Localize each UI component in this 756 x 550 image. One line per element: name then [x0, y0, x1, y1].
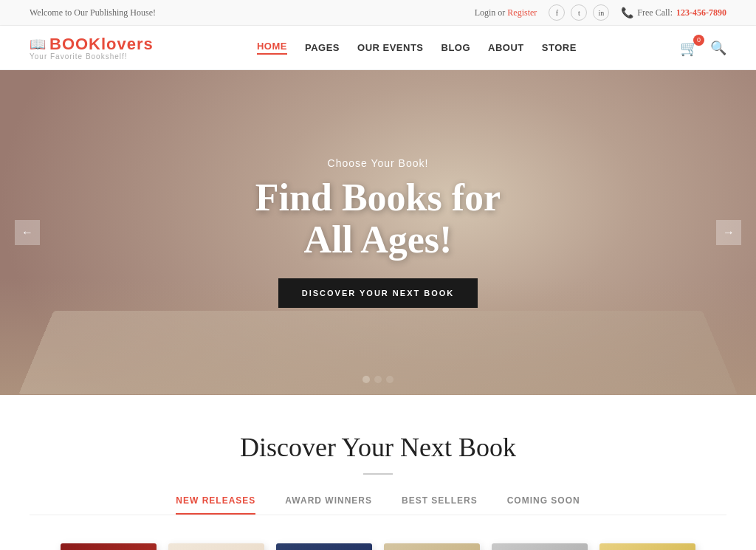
nav-store[interactable]: STORE [542, 42, 577, 53]
hero-content: Choose Your Book! Find Books forAll Ages… [255, 157, 501, 308]
list-item: CANDY CARSON A Doctor 👤 [61, 543, 157, 550]
hero-section: ← Choose Your Book! Find Books forAll Ag… [0, 70, 756, 395]
logo-main: 📖 BOOKlovers [30, 35, 154, 54]
book-overlay: CANDY CARSON A Doctor 👤 [61, 543, 157, 550]
logo[interactable]: 📖 BOOKlovers Your Favorite Bookshelf! [30, 35, 154, 61]
list-item: WildflowerbyOnes 🌸 [168, 543, 264, 550]
tab-award-winners[interactable]: AWARD WINNERS [285, 495, 372, 515]
book-tabs: NEW RELEASES AWARD WINNERS BEST SELLERS … [30, 495, 726, 515]
book-overlay: 👴 IT'S A HALFSTONE STORY [492, 543, 588, 550]
logo-text: BOOKlovers [49, 35, 154, 54]
nav-pages[interactable]: PAGES [305, 42, 340, 53]
phone-icon: 📞 [621, 7, 633, 19]
facebook-icon[interactable]: f [549, 4, 565, 21]
book-overlay: BURTGELLER IT'S A HALF STONE STORY [599, 543, 695, 550]
hero-cta-button[interactable]: DISCOVER YOUR NEXT BOOK [278, 278, 478, 308]
social-icons: f t in [549, 4, 609, 21]
books-section: Discover Your Next Book NEW RELEASES AWA… [0, 395, 756, 550]
slider-next[interactable]: → [716, 220, 741, 245]
header-actions: 🛒 0 🔍 [680, 39, 726, 57]
top-bar: Welcome to Our Publishing House! Login o… [0, 0, 756, 26]
book-overlay: WildflowerbyOnes 🌸 [168, 543, 264, 550]
list-item: THELONGROADTO THEDEEPSILENCE [384, 543, 480, 550]
login-link[interactable]: Login [475, 7, 496, 18]
cart-button[interactable]: 🛒 0 [680, 39, 698, 57]
list-item: BURTGELLER IT'S A HALF STONE STORY NEW [599, 543, 695, 550]
section-divider [363, 473, 393, 475]
book-overlay: THELONGROADTO THEDEEPSILENCE [384, 543, 480, 550]
phone-number[interactable]: 123-456-7890 [676, 7, 726, 18]
phone-label: Free Call: [637, 7, 673, 18]
site-header: 📖 BOOKlovers Your Favorite Bookshelf! HO… [0, 26, 756, 70]
twitter-icon[interactable]: t [571, 4, 587, 21]
welcome-text: Welcome to Our Publishing House! [30, 7, 156, 18]
instagram-icon[interactable]: in [593, 4, 609, 21]
hero-subtitle: Choose Your Book! [255, 157, 501, 169]
logo-icon: 📖 [30, 36, 46, 52]
book-cover[interactable]: ALLAN GREEN NEWGALAXY [276, 543, 372, 550]
book-overlay: ALLAN GREEN NEWGALAXY [276, 543, 372, 550]
register-link[interactable]: Register [507, 7, 537, 18]
tab-new-releases[interactable]: NEW RELEASES [176, 495, 255, 515]
main-nav: HOME PAGES OUR EVENTS BLOG ABOUT STORE [257, 41, 577, 55]
logo-tagline: Your Favorite Bookshelf! [30, 52, 128, 61]
hero-title: Find Books forAll Ages! [255, 176, 501, 261]
book-cover[interactable]: 👴 IT'S A HALFSTONE STORY IT'S A HALF STO… [492, 543, 588, 550]
books-grid: CANDY CARSON A Doctor 👤 WildflowerbyOnes… [30, 536, 726, 550]
list-item: 👴 IT'S A HALFSTONE STORY IT'S A HALF STO… [492, 543, 588, 550]
book-cover[interactable]: WildflowerbyOnes 🌸 [168, 543, 264, 550]
phone-area: 📞 Free Call: 123-456-7890 [621, 7, 726, 19]
nav-events[interactable]: OUR EVENTS [357, 42, 424, 53]
search-icon[interactable]: 🔍 [710, 40, 726, 56]
nav-blog[interactable]: BLOG [441, 42, 471, 53]
section-title: Discover Your Next Book [30, 432, 726, 463]
cart-badge: 0 [693, 35, 704, 46]
auth-links[interactable]: Login or Register [475, 7, 537, 18]
book-cover[interactable]: THELONGROADTO THEDEEPSILENCE [384, 543, 480, 550]
list-item: ALLAN GREEN NEWGALAXY [276, 543, 372, 550]
nav-home[interactable]: HOME [257, 41, 287, 55]
nav-about[interactable]: ABOUT [488, 42, 524, 53]
slider-prev[interactable]: ← [15, 220, 40, 245]
top-bar-right: Login or Register f t in 📞 Free Call: 12… [475, 4, 726, 21]
book-cover[interactable]: CANDY CARSON A Doctor 👤 [61, 543, 157, 550]
book-cover[interactable]: BURTGELLER IT'S A HALF STONE STORY NEW [599, 543, 695, 550]
tab-best-sellers[interactable]: BEST SELLERS [402, 495, 478, 515]
tab-coming-soon[interactable]: COMING SOON [507, 495, 580, 515]
